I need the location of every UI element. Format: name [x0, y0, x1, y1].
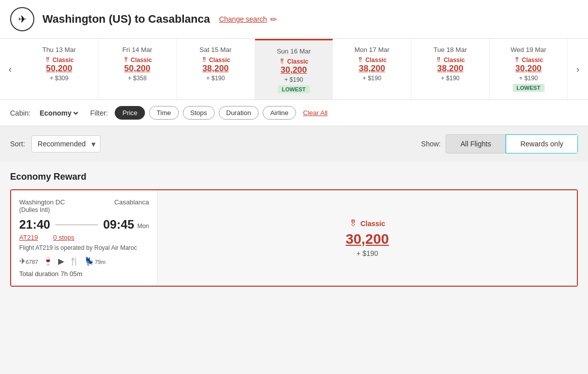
points-value: 50,200: [103, 64, 172, 74]
points-row: 🎖 Classic: [415, 57, 485, 64]
airports-row: Washington DC(Dulles Intl) Casablanca: [19, 198, 149, 213]
change-search-link[interactable]: Change search: [219, 15, 267, 23]
page-title: Washington (US) to Casablanca: [42, 13, 210, 26]
points-row: 🎖 Classic: [337, 57, 407, 64]
show-label: Show:: [421, 140, 441, 148]
reward-icon: 🎖: [514, 57, 520, 64]
all-flights-button[interactable]: All Flights: [446, 134, 506, 153]
reward-icon: 🎖: [279, 58, 285, 65]
cash-add: + $190: [494, 75, 563, 82]
fare-card[interactable]: 🎖 Classic 30,200 + $190: [325, 209, 409, 268]
date-cell-3[interactable]: Sun 16 Mar 🎖 Classic 30,200 + $190 LOWES…: [255, 39, 333, 99]
logo-icon: ✈: [18, 13, 27, 25]
sort-label: Sort:: [10, 140, 25, 148]
date-cell-6[interactable]: Wed 19 Mar 🎖 Classic 30,200 + $190 LOWES…: [489, 39, 568, 99]
reward-medal-icon: 🎖: [349, 219, 357, 228]
cash-add: + $190: [181, 75, 251, 82]
cabin-select[interactable]: Economy: [37, 109, 80, 118]
date-cell-0[interactable]: Thu 13 Mar 🎖 Classic 50,200 + $309: [20, 39, 99, 99]
filter-pill-duration[interactable]: Duration: [219, 106, 259, 120]
main-content: Economy Reward Washington DC(Dulles Intl…: [0, 162, 588, 297]
points-row: 🎖 Classic: [24, 57, 94, 64]
dest-city: Casablanca: [114, 198, 149, 213]
stops-badge[interactable]: 0 stops: [53, 234, 74, 241]
points-value: 30,200: [494, 64, 563, 74]
classic-label: Classic: [522, 57, 543, 64]
fare-classic-row: 🎖 Classic: [346, 219, 389, 228]
filter-pill-stops[interactable]: Stops: [183, 106, 215, 120]
lowest-badge: LOWEST: [278, 85, 310, 93]
flight-info: Washington DC(Dulles Intl) Casablanca 21…: [11, 190, 158, 286]
arr-day: Mon: [137, 223, 149, 230]
points-row: 🎖 Classic: [181, 57, 251, 64]
cash-add: + $190: [259, 76, 329, 83]
arr-time: 09:45: [103, 218, 134, 232]
next-date-arrow[interactable]: ›: [568, 39, 588, 99]
drink-icon: 🍷: [43, 256, 53, 266]
classic-label: Classic: [53, 57, 74, 64]
edit-icon[interactable]: ✏: [270, 15, 277, 24]
sort-show-bar: Sort: RecommendedPriceDurationStops Show…: [0, 126, 588, 162]
classic-label: Classic: [287, 58, 308, 65]
meal-icon: 🍴: [69, 256, 79, 266]
flight-number[interactable]: AT219: [19, 234, 38, 241]
reward-icon: 🎖: [435, 57, 442, 64]
cash-add: + $309: [24, 75, 94, 82]
cash-add: + $358: [103, 75, 172, 82]
points-value: 50,200: [24, 64, 94, 74]
points-row: 🎖 Classic: [494, 57, 563, 64]
sort-select[interactable]: RecommendedPriceDurationStops: [31, 135, 101, 152]
points-value: 38,200: [181, 64, 251, 74]
reward-icon: 🎖: [44, 57, 51, 64]
date-cell-5[interactable]: Tue 18 Mar 🎖 Classic 38,200 + $190: [411, 39, 489, 99]
date-label: Sun 16 Mar: [259, 47, 329, 55]
flight-result: Washington DC(Dulles Intl) Casablanca 21…: [10, 189, 578, 287]
prev-date-arrow[interactable]: ‹: [0, 39, 20, 99]
date-cell-2[interactable]: Sat 15 Mar 🎖 Classic 38,200 + $190: [177, 39, 255, 99]
reward-icon: 🎖: [357, 57, 363, 64]
fare-classic-label: Classic: [360, 220, 385, 228]
points-row: 🎖 Classic: [259, 58, 329, 65]
points-value: 38,200: [337, 64, 407, 74]
date-label: Thu 13 Mar: [24, 46, 94, 54]
classic-label: Classic: [209, 57, 230, 64]
filter-pills: PriceTimeStopsDurationAirline: [115, 106, 296, 120]
fare-cash: + $190: [346, 249, 389, 257]
airline-logo: ✈: [10, 7, 34, 31]
filter-pill-time[interactable]: Time: [149, 106, 178, 120]
dep-time: 21:40: [19, 218, 50, 232]
entertainment-icon: ▶: [58, 256, 64, 266]
show-toggle: All Flights Rewards only: [446, 134, 578, 153]
classic-label: Classic: [131, 57, 152, 64]
section-title: Economy Reward: [10, 172, 578, 182]
sort-wrapper: RecommendedPriceDurationStops: [31, 135, 101, 152]
reward-icon: 🎖: [201, 57, 207, 64]
time-row: 21:40 09:45 Mon: [19, 218, 149, 232]
filters-bar: Cabin: Economy Filter: PriceTimeStopsDur…: [0, 100, 588, 126]
clear-all-link[interactable]: Clear All: [303, 109, 327, 117]
date-label: Wed 19 Mar: [494, 46, 563, 54]
filter-pill-airline[interactable]: Airline: [263, 106, 296, 120]
reward-icon: 🎖: [123, 57, 129, 64]
date-label: Tue 18 Mar: [415, 46, 485, 54]
filter-pill-price[interactable]: Price: [115, 106, 145, 120]
operated-by: Flight AT219 is operated by Royal Air Ma…: [19, 244, 149, 251]
cabin-label: Cabin:: [10, 109, 30, 117]
date-cell-4[interactable]: Mon 17 Mar 🎖 Classic 38,200 + $190: [333, 39, 411, 99]
total-duration: Total duration 7h 05m: [19, 270, 149, 278]
points-row: 🎖 Classic: [103, 57, 172, 64]
filter-label: Filter:: [90, 109, 108, 117]
date-cell-1[interactable]: Fri 14 Mar 🎖 Classic 50,200 + $358: [99, 39, 177, 99]
lowest-badge: LOWEST: [513, 84, 545, 92]
date-label: Sat 15 Mar: [181, 46, 251, 54]
rewards-only-button[interactable]: Rewards only: [506, 134, 578, 153]
show-section: Show: All Flights Rewards only: [421, 134, 578, 153]
classic-label: Classic: [365, 57, 386, 64]
fare-options: 🎖 Classic 30,200 + $190: [158, 190, 577, 286]
date-label: Mon 17 Mar: [337, 46, 407, 54]
sort-section: Sort: RecommendedPriceDurationStops: [10, 135, 101, 152]
fare-points: 30,200: [346, 231, 389, 247]
cash-add: + $190: [415, 75, 485, 82]
flight-line-divider: [55, 225, 98, 225]
points-value: 30,200: [259, 65, 329, 75]
